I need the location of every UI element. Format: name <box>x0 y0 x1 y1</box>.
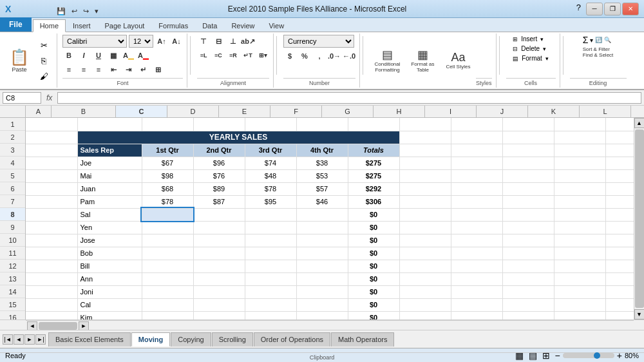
zoom-slider[interactable] <box>563 353 614 358</box>
cell-b1[interactable] <box>77 118 142 131</box>
decrease-font-button[interactable]: A↓ <box>170 35 183 48</box>
cell-l15[interactable] <box>605 298 634 311</box>
scroll-up-button[interactable]: ▲ <box>634 118 645 128</box>
cell-h6[interactable] <box>399 182 451 195</box>
cell-g7[interactable]: $306 <box>348 195 399 208</box>
formula-input[interactable] <box>57 92 641 104</box>
save-qa-button[interactable]: 💾 <box>55 6 68 16</box>
borders-button[interactable]: ▦ <box>107 49 120 62</box>
vertical-scrollbar[interactable]: ▲ ▼ <box>634 118 644 319</box>
accounting-button[interactable]: $ <box>283 50 296 62</box>
align-left-button[interactable]: ≡ <box>62 63 75 76</box>
cell-b2-merged[interactable]: YEARLY SALES <box>77 131 399 144</box>
fill-color-button[interactable]: A▁ <box>122 49 135 62</box>
row-header-8[interactable]: 8 <box>0 208 25 221</box>
cell-g12[interactable]: $0 <box>348 260 399 272</box>
cell-f7[interactable]: $46 <box>296 195 348 208</box>
cell-l9[interactable] <box>605 221 634 234</box>
cell-i1[interactable] <box>451 118 502 131</box>
close-button[interactable]: ✕ <box>622 3 639 15</box>
cell-b11[interactable]: Bob <box>77 247 142 260</box>
undo-qa-button[interactable]: ↩ <box>70 6 79 16</box>
cell-j16[interactable] <box>502 311 554 319</box>
align-center-button[interactable]: ≡ <box>77 63 90 76</box>
cell-h15[interactable] <box>399 298 451 311</box>
cell-c10[interactable] <box>142 234 193 247</box>
cell-b15[interactable]: Cal <box>77 298 142 311</box>
wrap-text-button[interactable]: ↵ <box>137 63 149 76</box>
align-right-button[interactable]: ≡ <box>92 63 105 76</box>
row-header-16[interactable]: 16 <box>0 311 25 319</box>
cell-d12[interactable] <box>193 260 245 272</box>
cell-i9[interactable] <box>451 221 502 234</box>
tab-prev-button[interactable]: ◄ <box>14 334 24 345</box>
cell-l13[interactable] <box>605 272 634 285</box>
cell-d15[interactable] <box>193 298 245 311</box>
cell-a9[interactable] <box>26 221 77 234</box>
row-header-9[interactable]: 9 <box>0 221 25 234</box>
cell-g13[interactable]: $0 <box>348 272 399 285</box>
cell-j4[interactable] <box>502 157 554 169</box>
cell-d14[interactable] <box>193 285 245 298</box>
cell-l2[interactable] <box>605 131 634 144</box>
number-format-select[interactable]: Currency <box>283 35 354 48</box>
cell-g10[interactable]: $0 <box>348 234 399 247</box>
cell-g14[interactable]: $0 <box>348 285 399 298</box>
cell-h5[interactable] <box>399 169 451 182</box>
cell-g11[interactable]: $0 <box>348 247 399 260</box>
cell-a5[interactable] <box>26 169 77 182</box>
cell-h12[interactable] <box>399 260 451 272</box>
cell-k2[interactable] <box>554 131 605 144</box>
cell-h1[interactable] <box>399 118 451 131</box>
cell-e9[interactable] <box>245 221 296 234</box>
col-header-j[interactable]: J <box>477 106 528 117</box>
cell-c4[interactable]: $67 <box>142 157 193 169</box>
cell-h4[interactable] <box>399 157 451 169</box>
restore-button[interactable]: ❐ <box>604 3 621 15</box>
cell-d11[interactable] <box>193 247 245 260</box>
cell-d10[interactable] <box>193 234 245 247</box>
format-dropdown[interactable]: ▾ <box>545 55 549 62</box>
sum-dropdown[interactable]: ▾ <box>590 37 593 44</box>
cell-b14[interactable]: Joni <box>77 285 142 298</box>
cell-d7[interactable]: $87 <box>193 195 245 208</box>
cell-g1[interactable] <box>348 118 399 131</box>
cell-i4[interactable] <box>451 157 502 169</box>
row-header-14[interactable]: 14 <box>0 285 25 298</box>
cell-j1[interactable] <box>502 118 554 131</box>
cell-j9[interactable] <box>502 221 554 234</box>
font-size-select[interactable]: 12 <box>129 35 153 48</box>
col-header-e[interactable]: E <box>219 106 270 117</box>
cell-l4[interactable] <box>605 157 634 169</box>
cell-f12[interactable] <box>296 260 348 272</box>
row-header-3[interactable]: 3 <box>0 144 25 157</box>
cell-i10[interactable] <box>451 234 502 247</box>
top-align-button[interactable]: ⊤ <box>197 35 210 48</box>
format-button[interactable]: Format <box>520 54 544 62</box>
cell-d13[interactable] <box>193 272 245 285</box>
align-left2-button[interactable]: ≡L <box>197 49 210 62</box>
cell-e10[interactable] <box>245 234 296 247</box>
cell-j8[interactable] <box>502 208 554 221</box>
help-button[interactable]: ? <box>573 3 585 15</box>
tab-math-operators[interactable]: Math Operators <box>331 332 394 347</box>
cell-g15[interactable]: $0 <box>348 298 399 311</box>
cell-c11[interactable] <box>142 247 193 260</box>
orientation-button[interactable]: ab↗ <box>242 35 254 48</box>
cell-b8[interactable]: Sal <box>77 208 142 221</box>
cut-button[interactable]: ✂ <box>35 38 53 52</box>
tab-home[interactable]: Home <box>33 19 66 32</box>
cell-f8[interactable] <box>296 208 348 221</box>
cell-h9[interactable] <box>399 221 451 234</box>
cell-l14[interactable] <box>605 285 634 298</box>
cell-f4[interactable]: $38 <box>296 157 348 169</box>
cell-h16[interactable] <box>399 311 451 319</box>
align-right2-button[interactable]: ≡R <box>227 49 240 62</box>
cell-e16[interactable] <box>245 311 296 319</box>
cell-b9[interactable]: Yen <box>77 221 142 234</box>
cell-k1[interactable] <box>554 118 605 131</box>
indent-increase-button[interactable]: ⇥ <box>122 63 135 76</box>
cell-h2[interactable] <box>399 131 451 144</box>
cell-b10[interactable]: Jose <box>77 234 142 247</box>
cell-k16[interactable] <box>554 311 605 319</box>
